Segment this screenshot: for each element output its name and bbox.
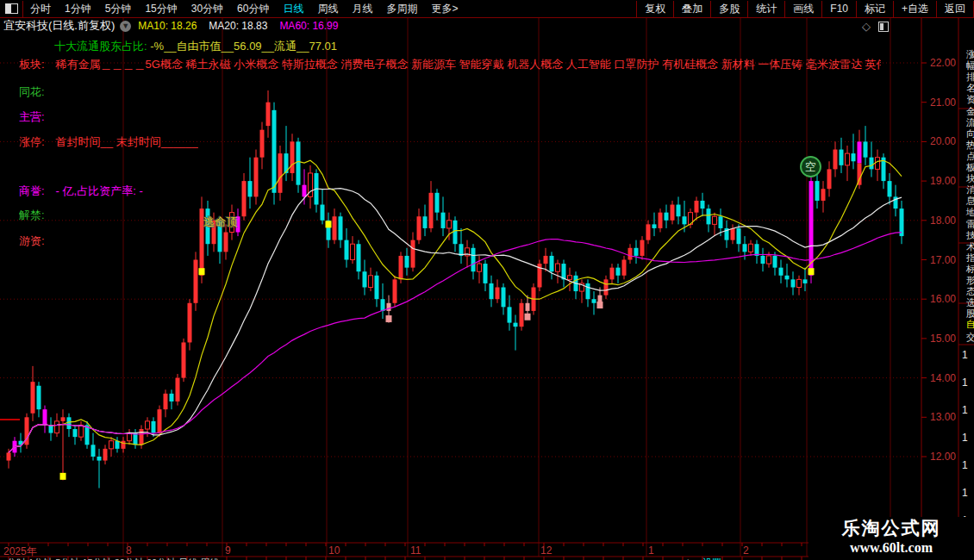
candle <box>622 260 627 276</box>
signal-mark <box>326 221 332 227</box>
candle <box>248 181 253 196</box>
sidebar-tab-char[interactable]: 交 <box>966 331 974 344</box>
candle <box>568 276 572 280</box>
tool-button-+自选[interactable]: +自选 <box>893 1 936 17</box>
candle <box>840 150 844 165</box>
info-row: 解禁: <box>19 208 56 223</box>
candle <box>158 409 162 432</box>
candle <box>109 441 114 449</box>
sidebar-list-number[interactable]: 1 <box>962 376 968 389</box>
holders-label: 十大流通股东占比: <box>54 40 147 53</box>
watermark: 乐淘公式网 www.60lt.com <box>809 517 974 560</box>
menu-item-60分钟[interactable]: 60分钟 <box>230 2 276 16</box>
tool-button-多股[interactable]: 多股 <box>710 1 747 17</box>
bottom-bar-partial-text: 分时 1分钟 5分钟 15分钟 30分钟 60分钟 日线 周线 <box>7 557 219 560</box>
month-tick-label: 9 <box>225 544 231 557</box>
candle <box>870 158 874 170</box>
chevron-down-icon[interactable]: ▼ <box>120 21 131 32</box>
candle <box>852 153 856 161</box>
candle <box>122 441 126 449</box>
bottom-bar-partial-text: 设置 <box>702 557 721 560</box>
candle <box>441 213 446 228</box>
menu-item-多周期[interactable]: 多周期 <box>379 2 424 16</box>
candle <box>484 264 488 283</box>
candle <box>435 193 440 213</box>
menu-item-日线[interactable]: 日线 <box>276 2 310 16</box>
candle <box>423 216 428 228</box>
sidebar-list-number[interactable]: 1 <box>962 349 968 361</box>
menu-item-分时[interactable]: 分时 <box>23 2 58 16</box>
candle <box>447 221 452 228</box>
ma-legend: MA10: 18.26MA20: 18.83MA60: 16.99 <box>138 20 350 32</box>
candle <box>556 264 560 271</box>
month-tick-label: 1 <box>648 544 654 557</box>
diamond-icon[interactable]: ◇ <box>862 20 871 33</box>
info-row: 板块: 稀有金属＿＿＿＿5G概念 稀土永磁 小米概念 特斯拉概念 消费电子概念 … <box>19 57 881 72</box>
signal-mark <box>809 268 815 275</box>
candle <box>339 216 343 240</box>
candle <box>767 256 771 264</box>
watermark-site-name: 乐淘公式网 <box>809 517 974 539</box>
panel-toggle-icon[interactable] <box>878 22 889 32</box>
tool-button-复权[interactable]: 复权 <box>636 1 673 17</box>
candle <box>134 433 138 445</box>
candle <box>544 256 548 264</box>
tool-button-F10[interactable]: F10 <box>821 1 856 17</box>
info-row: 商誉: - 亿,占比资产率: - <box>19 184 143 199</box>
candle <box>858 141 862 163</box>
tool-button-画线[interactable]: 画线 <box>784 1 821 17</box>
menu-item-30分钟[interactable]: 30分钟 <box>184 2 230 16</box>
ma-value-label: MA10: 18.26 <box>138 20 197 32</box>
candle <box>526 303 530 311</box>
candle <box>254 158 259 197</box>
candle <box>604 279 609 295</box>
candle <box>375 276 379 299</box>
candle <box>188 303 192 343</box>
month-tick-label: 11 <box>410 544 421 557</box>
candle <box>713 216 717 224</box>
tool-button-标记[interactable]: 标记 <box>856 1 893 17</box>
candle <box>31 382 35 414</box>
tool-button-统计[interactable]: 统计 <box>747 1 784 17</box>
candle <box>508 307 512 322</box>
menu-item-月线[interactable]: 月线 <box>345 2 379 16</box>
candle <box>640 240 645 256</box>
menu-item-5分钟[interactable]: 5分钟 <box>98 2 139 16</box>
tool-button-叠加[interactable]: 叠加 <box>673 1 710 17</box>
candle <box>634 248 639 256</box>
short-signal-badge[interactable]: 空 <box>800 156 821 177</box>
candle <box>671 205 675 221</box>
kline-chart[interactable] <box>0 0 974 560</box>
candle <box>91 445 96 457</box>
tool-button-返回[interactable]: 返回 <box>936 1 974 17</box>
info-row: 同花: <box>19 84 56 100</box>
sidebar-list-number[interactable]: 1 <box>962 459 968 471</box>
price-tick-label: 17.00 <box>925 254 956 266</box>
menu-item-周线[interactable]: 周线 <box>310 2 345 16</box>
candle <box>864 141 868 157</box>
candle <box>683 216 687 224</box>
window-split-button[interactable] <box>0 1 23 17</box>
candle <box>266 103 271 126</box>
candle <box>140 429 144 445</box>
sidebar-list-number[interactable]: 1 <box>962 404 968 416</box>
sidebar-list-number[interactable]: 1 <box>962 432 968 444</box>
sidebar-tab-char-active[interactable]: 自 <box>966 318 974 331</box>
candle <box>393 279 397 302</box>
menu-item-1分钟[interactable]: 1分钟 <box>58 2 98 16</box>
period-toolbar: 分时1分钟5分钟15分钟30分钟60分钟日线周线月线多周期更多> 复权叠加多股统… <box>0 0 974 18</box>
month-tick-label: 8 <box>126 544 132 557</box>
candle <box>417 216 421 240</box>
period-menu: 分时1分钟5分钟15分钟30分钟60分钟日线周线月线多周期更多> <box>23 2 465 16</box>
signal-mark <box>597 302 603 308</box>
candle <box>170 394 174 401</box>
split-view-icon <box>5 3 18 14</box>
menu-item-更多>[interactable]: 更多> <box>424 2 465 16</box>
candle <box>628 248 633 260</box>
candle <box>827 169 832 189</box>
candle <box>363 271 367 287</box>
sidebar-list-number[interactable]: 1 <box>962 487 968 499</box>
price-tick-label: 13.00 <box>925 411 956 423</box>
menu-item-15分钟[interactable]: 15分钟 <box>138 2 184 16</box>
candle <box>411 240 415 268</box>
